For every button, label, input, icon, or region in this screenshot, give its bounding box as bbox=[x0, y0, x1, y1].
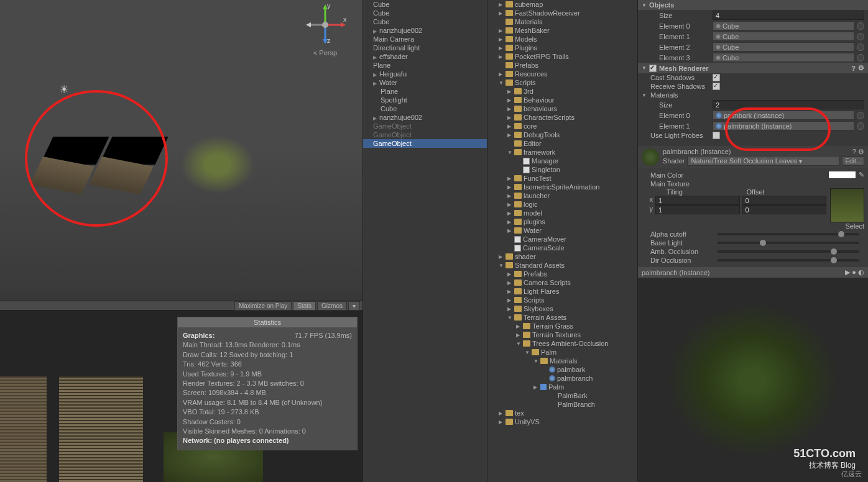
object-picker-icon[interactable] bbox=[857, 112, 864, 119]
hierarchy-item[interactable]: Cube bbox=[363, 0, 487, 9]
hierarchy-item[interactable]: GameObject bbox=[363, 122, 487, 130]
object-field[interactable]: Cube bbox=[713, 32, 854, 41]
gear-icon[interactable]: ⚙ bbox=[858, 64, 864, 72]
project-item[interactable]: ▶model bbox=[487, 209, 637, 217]
project-item[interactable]: palmbranch bbox=[487, 374, 637, 383]
maximize-on-play-button[interactable]: Maximize on Play bbox=[234, 301, 292, 311]
help-icon[interactable]: ? bbox=[852, 148, 856, 155]
object-field[interactable]: Cube bbox=[713, 53, 854, 62]
light-probes-checkbox[interactable] bbox=[713, 132, 720, 139]
object-picker-icon[interactable] bbox=[857, 54, 864, 61]
receive-shadows-checkbox[interactable] bbox=[713, 83, 720, 90]
project-item[interactable]: ▼Standard Assets bbox=[487, 261, 637, 270]
object-picker-icon[interactable] bbox=[857, 22, 864, 30]
project-item[interactable]: ▶Plugins bbox=[487, 43, 637, 52]
mesh-renderer-header[interactable]: ▼Mesh Renderer?⚙ bbox=[638, 63, 868, 73]
object-picker-icon[interactable] bbox=[857, 122, 864, 130]
project-item[interactable]: ▶Water bbox=[487, 226, 637, 235]
hierarchy-item[interactable]: Cube bbox=[363, 104, 487, 113]
base-light-slider[interactable] bbox=[718, 242, 859, 244]
hierarchy-item[interactable]: Spotlight bbox=[363, 96, 487, 104]
project-item[interactable]: ▶Models bbox=[487, 35, 637, 43]
materials-size-field[interactable]: 2 bbox=[713, 100, 864, 109]
hierarchy-item[interactable]: effshader bbox=[363, 52, 487, 61]
hierarchy-item[interactable]: Cube bbox=[363, 17, 487, 26]
alpha-cutoff-slider[interactable] bbox=[718, 233, 859, 235]
project-item[interactable]: ▶tex bbox=[487, 409, 637, 417]
project-item[interactable]: Materials bbox=[487, 17, 637, 26]
object-picker-icon[interactable] bbox=[857, 33, 864, 40]
project-item[interactable]: ▶DebugTools bbox=[487, 130, 637, 139]
eyedropper-icon[interactable]: ✎ bbox=[859, 171, 864, 179]
project-item[interactable]: Editor bbox=[487, 139, 637, 148]
project-item[interactable]: ▶plugins bbox=[487, 217, 637, 226]
objects-header[interactable]: ▼Objects bbox=[638, 0, 868, 10]
hierarchy-item[interactable]: Cube bbox=[363, 9, 487, 17]
gear-icon[interactable]: ⚙ bbox=[858, 148, 864, 155]
scene-gizmo[interactable]: x y z < Persp bbox=[303, 3, 347, 65]
project-item[interactable]: ▶Terrain Grass bbox=[487, 322, 637, 330]
object-field[interactable]: Cube bbox=[713, 42, 854, 52]
hierarchy-item[interactable]: Directional light bbox=[363, 43, 487, 52]
sphere-icon[interactable]: ● bbox=[852, 268, 856, 276]
project-item[interactable]: ▼Palm bbox=[487, 348, 637, 357]
hierarchy-item[interactable]: Water bbox=[363, 78, 487, 87]
project-item[interactable]: ▶Camera Scripts bbox=[487, 278, 637, 287]
project-item[interactable]: ▶UnityVS bbox=[487, 417, 637, 426]
component-enable-checkbox[interactable] bbox=[649, 65, 657, 72]
project-item[interactable]: Singleton bbox=[487, 165, 637, 174]
edit-button[interactable]: Edit... bbox=[842, 157, 864, 166]
project-item[interactable]: ▼Trees Ambient-Occlusion bbox=[487, 339, 637, 348]
tiling-x-field[interactable]: 1 bbox=[655, 196, 740, 205]
scene-view[interactable]: x y z < Persp ☀ bbox=[0, 0, 362, 292]
object-picker-icon[interactable] bbox=[857, 43, 864, 51]
project-item[interactable]: ▶PocketRPG Trails bbox=[487, 52, 637, 61]
material-preview[interactable]: 51CTO.com 技术博客 Blog 亿速云 bbox=[638, 278, 868, 482]
cube-object[interactable] bbox=[106, 137, 162, 193]
project-item[interactable]: ▶Skyboxes bbox=[487, 304, 637, 313]
project-item[interactable]: ▼Materials bbox=[487, 357, 637, 365]
project-item[interactable]: ▶Terrain Textures bbox=[487, 330, 637, 339]
element0-field[interactable]: palmbark (Instance) bbox=[713, 111, 854, 120]
project-item[interactable]: CameraMover bbox=[487, 235, 637, 243]
hierarchy-item[interactable]: nanzhujue002 bbox=[363, 26, 487, 35]
select-button[interactable]: Select bbox=[830, 222, 864, 230]
tiling-y-field[interactable]: 1 bbox=[655, 205, 740, 214]
project-item[interactable]: CameraScale bbox=[487, 243, 637, 252]
hierarchy-item[interactable]: Heiguafu bbox=[363, 70, 487, 78]
project-item[interactable]: ▶core bbox=[487, 122, 637, 130]
cast-shadows-checkbox[interactable] bbox=[713, 74, 720, 81]
project-item[interactable]: PalmBranch bbox=[487, 400, 637, 409]
hierarchy-item[interactable]: Plane bbox=[363, 87, 487, 96]
offset-x-field[interactable]: 0 bbox=[742, 196, 827, 205]
project-item[interactable]: ▶cubemap bbox=[487, 0, 637, 9]
project-item[interactable]: ▶logic bbox=[487, 200, 637, 209]
project-item[interactable]: ▶Scripts bbox=[487, 296, 637, 304]
hierarchy-item[interactable]: GameObject bbox=[363, 139, 487, 148]
gizmos-dropdown[interactable]: ▾ bbox=[348, 301, 360, 311]
hierarchy-item[interactable]: GameObject bbox=[363, 130, 487, 139]
amb-occlusion-slider[interactable] bbox=[718, 250, 859, 253]
offset-y-field[interactable]: 0 bbox=[742, 205, 827, 214]
project-item[interactable]: ▶launcher bbox=[487, 191, 637, 200]
project-item[interactable]: Prefabs bbox=[487, 61, 637, 70]
project-item[interactable]: ▶Behaviour bbox=[487, 96, 637, 104]
texture-slot[interactable] bbox=[830, 188, 864, 222]
project-item[interactable]: ▼framework bbox=[487, 148, 637, 157]
foliage-object[interactable] bbox=[174, 130, 261, 199]
object-field[interactable]: Cube bbox=[713, 21, 854, 30]
project-item[interactable]: ▶3rd bbox=[487, 87, 637, 96]
light-toggle-icon[interactable]: ◐ bbox=[858, 268, 864, 276]
project-item[interactable]: ▶Light Flares bbox=[487, 287, 637, 296]
project-item[interactable]: ▶FuncTest bbox=[487, 174, 637, 183]
project-item[interactable]: ▶Resources bbox=[487, 70, 637, 78]
project-item[interactable]: ▶Prefabs bbox=[487, 270, 637, 278]
hierarchy-item[interactable]: Plane bbox=[363, 61, 487, 70]
stats-button[interactable]: Stats bbox=[293, 301, 316, 311]
project-item[interactable]: ▶FastShadowReceiver bbox=[487, 9, 637, 17]
objects-size-field[interactable]: 4 bbox=[713, 11, 864, 20]
help-icon[interactable]: ? bbox=[851, 65, 856, 72]
project-item[interactable]: ▶IsometricSpriteAnimation bbox=[487, 183, 637, 191]
dir-occlusion-slider[interactable] bbox=[718, 259, 859, 261]
hierarchy-item[interactable]: nanzhujue002 bbox=[363, 113, 487, 122]
